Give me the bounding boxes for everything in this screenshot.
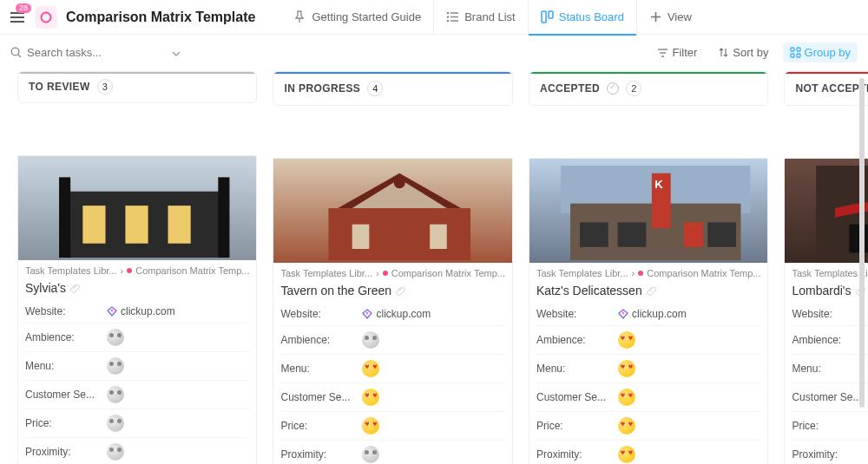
tab-label: Status Board (559, 10, 624, 23)
circle-icon (40, 11, 52, 23)
svg-rect-25 (125, 206, 148, 244)
scrollbar[interactable] (859, 78, 865, 408)
svg-point-45 (622, 312, 625, 315)
tab-label: Brand List (464, 10, 516, 23)
column-accepted: ACCEPTED 2 K Task Templates Libr...›Comp… (529, 71, 768, 464)
column-header[interactable]: TO REVIEW 3 (17, 71, 257, 103)
svg-point-8 (447, 20, 450, 23)
svg-point-29 (111, 309, 114, 311)
svg-line-15 (18, 55, 21, 57)
filter-icon (657, 47, 668, 58)
breadcrumb: Task Templates Libr...›Comparison Matrix… (18, 260, 256, 281)
svg-rect-28 (218, 177, 229, 258)
search-box[interactable] (10, 46, 158, 59)
tab-status-board[interactable]: Status Board (528, 0, 636, 35)
column-in-progress: IN PROGRESS 4 Task Templates Libr...›Com… (273, 71, 512, 464)
rating-emoji (362, 446, 379, 463)
website-link[interactable]: clickup.com (632, 308, 687, 320)
rating-emoji (618, 331, 635, 349)
rating-emoji (107, 357, 124, 375)
svg-point-33 (394, 177, 405, 188)
column-not-accepted: NOT ACCEPTED 1 Task Templates Libr...›Co… (784, 71, 868, 464)
rating-emoji (618, 389, 635, 406)
card-title: Sylvia's (18, 281, 256, 300)
tab-label: View (667, 10, 692, 23)
column-label: IN PROGRESS (284, 82, 360, 95)
card-sylvias[interactable]: Task Templates Libr...›Comparison Matrix… (17, 155, 257, 464)
board-icon (541, 10, 554, 23)
rating-emoji (362, 389, 379, 406)
top-bar: 28 Comparison Matrix Template Getting St… (0, 0, 868, 35)
rating-emoji (107, 415, 124, 432)
card-image (273, 159, 511, 263)
list-icon (446, 10, 459, 23)
card-image (785, 159, 868, 263)
group-icon (790, 47, 801, 58)
attachment-icon (395, 285, 405, 296)
svg-rect-42 (618, 223, 647, 247)
column-count: 2 (626, 81, 641, 96)
column-header[interactable]: ACCEPTED 2 (529, 71, 768, 106)
sort-label: Sort by (733, 46, 768, 59)
column-cards: Task Templates Libr...›Comparison Matrix… (17, 155, 257, 464)
rating-emoji (107, 386, 124, 403)
chevron-down-icon[interactable] (172, 46, 181, 59)
svg-rect-21 (791, 54, 794, 57)
view-tabs: Getting Started Guide Brand List Status … (281, 0, 703, 35)
rating-emoji (618, 446, 635, 463)
menu-button[interactable]: 28 (7, 7, 28, 28)
rating-emoji (618, 360, 635, 377)
column-count: 3 (97, 79, 113, 95)
sort-button[interactable]: Sort by (711, 42, 775, 62)
svg-rect-26 (168, 206, 191, 244)
toolbar: Filter Sort by Group by (0, 35, 868, 69)
svg-rect-41 (580, 223, 608, 247)
card-lombardis[interactable]: Task Templates Libr...›Comparison Matrix… (784, 158, 868, 464)
attachment-icon (646, 285, 656, 296)
breadcrumb: Task Templates Libr...›Comparison Matrix… (273, 263, 511, 284)
svg-rect-30 (329, 208, 471, 260)
status-dot-icon (383, 271, 388, 276)
rating-emoji (362, 331, 379, 349)
svg-rect-19 (791, 48, 794, 51)
group-by-label: Group by (805, 46, 851, 59)
attachment-icon (69, 283, 80, 293)
tab-brand-list[interactable]: Brand List (433, 0, 528, 35)
tab-getting-started[interactable]: Getting Started Guide (281, 0, 433, 35)
svg-rect-10 (542, 11, 546, 23)
search-input[interactable] (27, 46, 131, 59)
plus-icon (649, 10, 662, 23)
group-by-button[interactable]: Group by (783, 42, 858, 62)
filter-button[interactable]: Filter (650, 42, 704, 62)
svg-rect-44 (707, 223, 736, 247)
notification-badge: 28 (16, 3, 31, 13)
card-tavern[interactable]: Task Templates Libr...›Comparison Matrix… (273, 158, 512, 464)
tab-add-view[interactable]: View (636, 0, 704, 35)
svg-rect-43 (684, 223, 703, 247)
rating-emoji (362, 417, 379, 435)
svg-rect-27 (59, 177, 70, 258)
svg-rect-11 (549, 11, 553, 18)
sort-icon (718, 47, 729, 58)
svg-text:K: K (654, 178, 663, 191)
rating-emoji (362, 360, 379, 377)
svg-rect-34 (352, 225, 370, 249)
card-title: Tavern on the Green (273, 284, 511, 303)
website-link[interactable]: clickup.com (121, 305, 175, 317)
card-image: K (529, 159, 767, 263)
svg-point-3 (42, 12, 51, 22)
column-header[interactable]: NOT ACCEPTED 1 (784, 71, 868, 106)
svg-point-4 (447, 12, 450, 15)
svg-rect-22 (797, 54, 800, 57)
workspace-logo[interactable] (35, 6, 57, 29)
status-dot-icon (127, 268, 132, 273)
svg-point-14 (11, 48, 19, 56)
rating-emoji (618, 417, 635, 435)
card-title: Katz's Delicatessen (529, 284, 767, 303)
breadcrumb: Task Templates Libr...›Comparison Matrix… (529, 263, 767, 284)
svg-point-6 (447, 16, 450, 18)
rating-emoji (107, 443, 124, 461)
column-header[interactable]: IN PROGRESS 4 (273, 71, 512, 106)
card-katz[interactable]: K Task Templates Libr...›Comparison Matr… (529, 158, 768, 464)
website-link[interactable]: clickup.com (376, 308, 431, 320)
